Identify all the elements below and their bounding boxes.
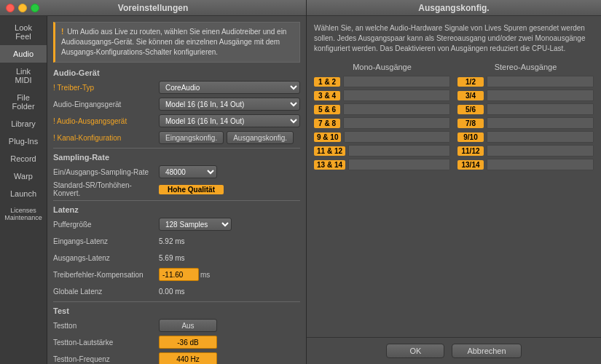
mono-row-7: 13 & 14 (314, 159, 450, 170)
stereo-label-2: 3/4 (457, 91, 484, 100)
right-title-bar: Ausgangskonfig. (307, 0, 601, 16)
minimize-button[interactable] (18, 4, 27, 12)
testton-label: Testton (53, 322, 159, 330)
latenz-header: Latenz (53, 205, 300, 214)
stereo-bar-3 (487, 103, 594, 115)
sampling-rate-row: Ein/Ausgangs-Sampling-Rate 48000 (53, 165, 300, 179)
testton-lautstaerke-input[interactable] (159, 336, 217, 349)
divider-2 (53, 200, 300, 201)
left-panel: Voreinstellungen LookFeel Audio LinkMIDI… (0, 0, 306, 364)
stereo-bar-7 (487, 159, 594, 170)
mono-row-3: 5 & 6 (314, 103, 450, 115)
sidebar-item-warp[interactable]: Warp (0, 167, 47, 185)
eingangsgeraet-label: Audio-Eingangsgerät (53, 100, 159, 108)
eingangsgeraet-select[interactable]: Model 16 (16 In, 14 Out) (159, 98, 300, 111)
stereo-bar-1 (487, 76, 594, 87)
treiberfehler-label: Treiberfehler-Kompensation (53, 271, 159, 279)
puffergroesse-row: Puffergröße 128 Samples (53, 217, 300, 232)
eingangs-latenz-label: Eingangs-Latenz (53, 237, 159, 245)
treiberfehler-input-group: ms (159, 268, 210, 281)
audio-geraet-header: Audio-Gerät (53, 68, 300, 77)
mono-bar-4 (343, 117, 450, 129)
eingangs-konfig-button[interactable]: Eingangskonfig. (159, 131, 224, 144)
kanal-konfig-buttons: Eingangskonfig. Ausgangskonfig. (159, 131, 300, 144)
mono-row-5: 9 & 10 (314, 131, 450, 143)
mono-bar-5 (344, 131, 450, 143)
sidebar: LookFeel Audio LinkMIDI FileFolder Libra… (0, 16, 47, 364)
mono-bar-2 (343, 90, 450, 101)
sampling-rate-label: Ein/Ausgangs-Sampling-Rate (53, 168, 159, 176)
divider-1 (53, 148, 300, 149)
treiber-typ-label: ! Treiber-Typ (53, 84, 159, 92)
mono-column: Mono-Ausgänge 1 & 2 3 & 4 5 & 6 7 & 8 (314, 63, 450, 173)
sampling-rate-select[interactable]: 48000 (159, 165, 217, 178)
stereo-bar-6 (487, 145, 594, 157)
close-button[interactable] (6, 4, 15, 12)
globale-latenz-label: Globale Latenz (53, 288, 159, 296)
ausgangs-konfig-button[interactable]: Ausgangskonfig. (227, 131, 294, 144)
stereo-bar-2 (487, 90, 594, 101)
treiber-typ-row: ! Treiber-Typ CoreAudio (53, 80, 300, 95)
sidebar-item-file-folder[interactable]: FileFolder (0, 89, 47, 115)
testton-button[interactable]: Aus (159, 319, 217, 332)
kanal-konfig-row: ! Kanal-Konfiguration Eingangskonfig. Au… (53, 130, 300, 145)
ok-button[interactable]: OK (386, 344, 444, 358)
testton-frequenz-input[interactable] (159, 352, 217, 364)
mono-bar-7 (348, 159, 450, 170)
maximize-button[interactable] (31, 4, 39, 12)
test-header: Test (53, 306, 300, 315)
sidebar-item-library[interactable]: Library (0, 115, 47, 132)
eingangsgeraet-control: Model 16 (16 In, 14 Out) (159, 98, 300, 111)
sidebar-item-link-midi[interactable]: LinkMIDI (0, 63, 47, 89)
cancel-button[interactable]: Abbrechen (452, 344, 521, 358)
treiber-typ-control: CoreAudio (159, 81, 300, 94)
globale-latenz-row: Globale Latenz 0.00 ms (53, 284, 300, 298)
treiber-typ-select[interactable]: CoreAudio (159, 81, 300, 94)
mono-label-4: 7 & 8 (314, 119, 340, 128)
puffergroesse-select[interactable]: 128 Samples (159, 218, 232, 231)
sidebar-item-launch[interactable]: Launch (0, 185, 47, 202)
output-columns: Mono-Ausgänge 1 & 2 3 & 4 5 & 6 7 & 8 (314, 63, 594, 173)
eingangsgeraet-row: Audio-Eingangsgerät Model 16 (16 In, 14 … (53, 97, 300, 111)
ausgangs-latenz-row: Ausgangs-Latenz 5.69 ms (53, 250, 300, 265)
mono-label-6: 11 & 12 (314, 146, 345, 156)
stereo-row-6: 11/12 (457, 145, 594, 157)
ausgangsgeraet-row: ! Audio-Ausgangsgerät Model 16 (16 In, 1… (53, 114, 300, 128)
sidebar-item-licenses[interactable]: LicensesMaintenance (0, 202, 47, 226)
sidebar-item-audio[interactable]: Audio (0, 45, 47, 63)
stereo-label-1: 1/2 (457, 77, 484, 87)
stereo-label-4: 7/8 (457, 119, 484, 128)
mono-label-2: 3 & 4 (314, 91, 340, 100)
right-content: Wählen Sie, an welche Audio-Hardware Sig… (307, 16, 601, 337)
stereo-column: Stereo-Ausgänge 1/2 3/4 5/6 7/8 (457, 63, 594, 173)
ausgangsgeraet-select[interactable]: Model 16 (16 In, 14 Out) (159, 114, 300, 127)
globale-latenz-value: 0.00 ms (159, 288, 185, 296)
stereo-bar-4 (487, 117, 594, 129)
divider-3 (53, 301, 300, 302)
testton-lautstaerke-row: Testton-Lautstärke (53, 335, 300, 349)
sidebar-item-record[interactable]: Record (0, 150, 47, 167)
sidebar-item-plugins[interactable]: Plug-Ins (0, 132, 47, 150)
mono-label-3: 5 & 6 (314, 105, 340, 114)
eingangs-latenz-value: 5.92 ms (159, 237, 185, 245)
stereo-label-7: 13/14 (457, 160, 484, 170)
ausgangs-latenz-value: 5.69 ms (159, 254, 185, 262)
stereo-label-5: 9/10 (457, 132, 484, 142)
settings-area: ! Um Audio aus Live zu routen, wählen Si… (47, 16, 306, 364)
stereo-row-4: 7/8 (457, 117, 594, 129)
mono-row-6: 11 & 12 (314, 145, 450, 157)
mono-label-7: 13 & 14 (314, 160, 345, 170)
stereo-row-3: 5/6 (457, 103, 594, 115)
right-description: Wählen Sie, an welche Audio-Hardware Sig… (314, 23, 594, 54)
mono-row-1: 1 & 2 (314, 76, 450, 87)
kanal-konfig-label: ! Kanal-Konfiguration (53, 134, 159, 142)
main-content: LookFeel Audio LinkMIDI FileFolder Libra… (0, 16, 306, 364)
sidebar-item-look-feel[interactable]: LookFeel (0, 19, 47, 45)
hohe-qualitat-badge: Hohe Qualität (159, 185, 224, 194)
sampling-rate-control: 48000 (159, 165, 300, 178)
warning-text: Um Audio aus Live zu routen, wählen Sie … (61, 28, 286, 56)
treiberfehler-input[interactable] (159, 268, 199, 281)
puffergroesse-label: Puffergröße (53, 221, 159, 229)
traffic-lights (6, 4, 39, 12)
right-window-title: Ausgangskonfig. (418, 3, 489, 13)
